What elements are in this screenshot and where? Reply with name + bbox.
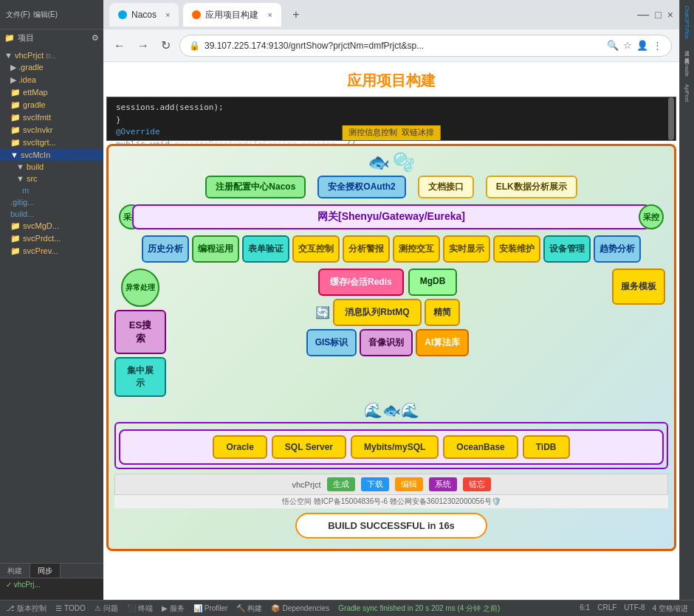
box-audio: 音像识别 bbox=[360, 329, 413, 356]
tab-build[interactable]: 构建 bbox=[0, 564, 30, 578]
status-bar: ⎇ 版本控制 ☰ TODO ⚠ 问题 ⬛ 终端 ▶ 服务 📊 Profiler … bbox=[0, 600, 694, 616]
tab-app-close[interactable]: × bbox=[267, 10, 272, 19]
ide-toolbar: 文件(F) 编辑(E) bbox=[0, 0, 103, 30]
menu-icon[interactable]: ⋮ bbox=[653, 40, 662, 51]
tongyi-icon[interactable]: 通义 bbox=[684, 44, 691, 49]
box-es: ES搜索 bbox=[114, 310, 166, 354]
ide-bottom-tabs: 构建 同步 bbox=[0, 564, 103, 578]
tree-build[interactable]: ▼ build bbox=[0, 161, 103, 173]
tree-buildg[interactable]: build... bbox=[0, 208, 103, 220]
tree-gradle[interactable]: ▶ .gradle bbox=[0, 61, 103, 74]
db-bracket-box: Oracle SQL Server Mybits/mySQL OceanBase… bbox=[114, 422, 668, 469]
mid-center-column: 缓存/会活Redis MgDB 🔄 消息队列RbtMQ 精简 GIS标识 音像识… bbox=[169, 269, 606, 397]
tree-idea[interactable]: ▶ .idea bbox=[0, 74, 103, 86]
chatgpt-panel-icon[interactable]: ChatGPT-Plus bbox=[684, 3, 690, 42]
arrow-decoration: 🔄 bbox=[315, 305, 330, 319]
bookmark-icon[interactable]: ☆ bbox=[623, 40, 632, 51]
scrollbar[interactable] bbox=[668, 97, 674, 140]
tree-svcitgrt[interactable]: 📁 svcItgrt... bbox=[0, 136, 103, 149]
tree-svcinvkr[interactable]: 📁 svcInvkr bbox=[0, 124, 103, 136]
box-oauth: 安全授权OAuth2 bbox=[317, 176, 405, 198]
icp-bar: 悟公空间 赣ICP备15004836号-6 赣公网安备3601230200005… bbox=[114, 495, 668, 508]
forward-button[interactable]: → bbox=[134, 36, 152, 55]
mid-left-column: 异常处理 ES搜索 集中展示 bbox=[114, 269, 166, 397]
tree-m[interactable]: m bbox=[0, 184, 103, 196]
box-ai: AI算法库 bbox=[416, 329, 469, 356]
btn-download[interactable]: 下载 bbox=[361, 477, 389, 491]
refresh-button[interactable]: ↻ bbox=[158, 35, 174, 55]
box-mq: 消息队列RbtMQ bbox=[333, 299, 421, 326]
btn-edit[interactable]: 编辑 bbox=[395, 477, 423, 491]
indent-info: 4 空格缩进 bbox=[653, 603, 688, 614]
btn-generate[interactable]: 生成 bbox=[327, 477, 355, 491]
status-services[interactable]: ▶ 服务 bbox=[162, 603, 185, 614]
new-tab-button[interactable]: + bbox=[286, 4, 306, 25]
gradle-panel-icon[interactable]: Gradle bbox=[684, 58, 690, 80]
status-terminal[interactable]: ⬛ 终端 bbox=[127, 603, 153, 614]
code-line-1: sessions.add(session); bbox=[116, 102, 667, 114]
minimize-button[interactable]: — bbox=[637, 8, 649, 21]
box-cluster: 集中展示 bbox=[114, 357, 166, 397]
tongyi-service-icon[interactable]: 通义服务 bbox=[684, 51, 691, 57]
middle-row: 异常处理 ES搜索 集中展示 缓存/会活Redis MgDB 🔄 消息队列Rbt… bbox=[114, 269, 668, 397]
tree-src[interactable]: ▼ src bbox=[0, 173, 103, 184]
project-label: 📁 项目 ⚙ bbox=[0, 30, 103, 46]
apipost-icon[interactable]: ApiPost bbox=[684, 81, 690, 105]
svc-shishi: 实时显示 bbox=[443, 235, 490, 263]
browser-toolbar: ← → ↻ 🔒 39.107.225.174:9130/gnrtShow?prj… bbox=[103, 30, 679, 62]
redis-mgdb-row: 缓存/会活Redis MgDB bbox=[169, 269, 606, 296]
tree-svcifmtt[interactable]: 📁 svcIfmtt bbox=[0, 111, 103, 124]
close-button[interactable]: × bbox=[667, 9, 673, 21]
status-build[interactable]: 🔨 构建 bbox=[236, 603, 262, 614]
status-profiler[interactable]: 📊 Profiler bbox=[193, 604, 228, 612]
address-bar[interactable]: 🔒 39.107.225.174:9130/gnrtShow?prjctNm=d… bbox=[179, 35, 672, 57]
edit-menu[interactable]: 编辑(E) bbox=[33, 10, 58, 20]
btn-chain[interactable]: 链忘 bbox=[463, 477, 491, 491]
db-oracle: Oracle bbox=[213, 435, 267, 459]
db-tidb: TiDB bbox=[523, 435, 570, 459]
top-boxes-row: 注册配置中心Nacos 安全授权OAuth2 文档接口 ELK数据分析展示 bbox=[114, 176, 668, 198]
tree-svcprev[interactable]: 📁 svcPrev... bbox=[0, 245, 103, 257]
services-grid: 历史分析 编程运用 表单验证 交互控制 分析警报 测控交互 实时显示 安装维护 … bbox=[114, 235, 668, 263]
tab-app[interactable]: 应用项目构建 × bbox=[183, 3, 281, 27]
tab-nacos-close[interactable]: × bbox=[165, 10, 170, 19]
file-menu[interactable]: 文件(F) bbox=[6, 10, 30, 20]
box-docs: 文档接口 bbox=[418, 176, 474, 198]
gis-audio-ai-row: GIS标识 音像识别 AI算法库 bbox=[169, 329, 606, 356]
search-icon[interactable]: 🔍 bbox=[607, 40, 619, 51]
browser-titlebar: Nacos × 应用项目构建 × + — □ × bbox=[103, 0, 679, 30]
svc-qushi: 趋势分析 bbox=[594, 235, 641, 263]
encoding: UTF-8 bbox=[624, 603, 645, 614]
tree-svcprdct[interactable]: 📁 svcPrdct... bbox=[0, 232, 103, 245]
status-message: Gradle sync finished in 20 s 202 ms (4 分… bbox=[338, 603, 571, 614]
tab-nacos-label: Nacos bbox=[131, 10, 157, 20]
tree-vhcPrjct[interactable]: ▼ vhcPrjct D... bbox=[0, 49, 103, 61]
cursor-position: 6:1 bbox=[580, 603, 590, 614]
tree-svcmgd[interactable]: 📁 svcMgD... bbox=[0, 220, 103, 232]
tree-svcmcin[interactable]: ▼ svcMcIn bbox=[0, 149, 103, 161]
status-issues[interactable]: ⚠ 问题 bbox=[95, 603, 118, 614]
svc-lishi: 历史分析 bbox=[142, 235, 189, 263]
status-right: 6:1 CRLF UTF-8 4 空格缩进 bbox=[580, 603, 688, 614]
back-button[interactable]: ← bbox=[111, 36, 128, 55]
ide-bottom-panel: 构建 同步 ✓ vhcPrj... bbox=[0, 563, 103, 600]
tab-nacos[interactable]: Nacos × bbox=[109, 3, 179, 27]
tree-gradle2[interactable]: 📁 gradle bbox=[0, 99, 103, 111]
ide-panel-content: ✓ vhcPrj... bbox=[0, 578, 103, 591]
tab-sync[interactable]: 同步 bbox=[30, 564, 61, 578]
db-mybits: Mybits/mySQL bbox=[351, 435, 439, 459]
box-redis: 缓存/会活Redis bbox=[318, 269, 404, 296]
maximize-button[interactable]: □ bbox=[655, 9, 661, 21]
ide-file-tree: ▼ vhcPrjct D... ▶ .gradle ▶ .idea 📁 ettM… bbox=[0, 46, 103, 260]
profile-icon[interactable]: 👤 bbox=[636, 40, 648, 51]
tree-ettmap[interactable]: 📁 ettMap bbox=[0, 86, 103, 99]
build-success-banner: BUILD SUCCESSFUL in 16s bbox=[295, 513, 487, 539]
status-todo[interactable]: ☰ TODO bbox=[55, 604, 86, 612]
btn-system[interactable]: 系统 bbox=[429, 477, 457, 491]
project-settings[interactable]: ⚙ bbox=[92, 33, 99, 43]
url-text: 39.107.225.174:9130/gnrtShow?prjctNm=dmf… bbox=[205, 41, 602, 51]
status-dependencies[interactable]: 📦 Dependencies bbox=[271, 604, 329, 612]
status-version-control[interactable]: ⎇ 版本控制 bbox=[6, 603, 47, 614]
tree-gitig[interactable]: .gitig... bbox=[0, 196, 103, 208]
nacos-favicon bbox=[118, 10, 127, 19]
